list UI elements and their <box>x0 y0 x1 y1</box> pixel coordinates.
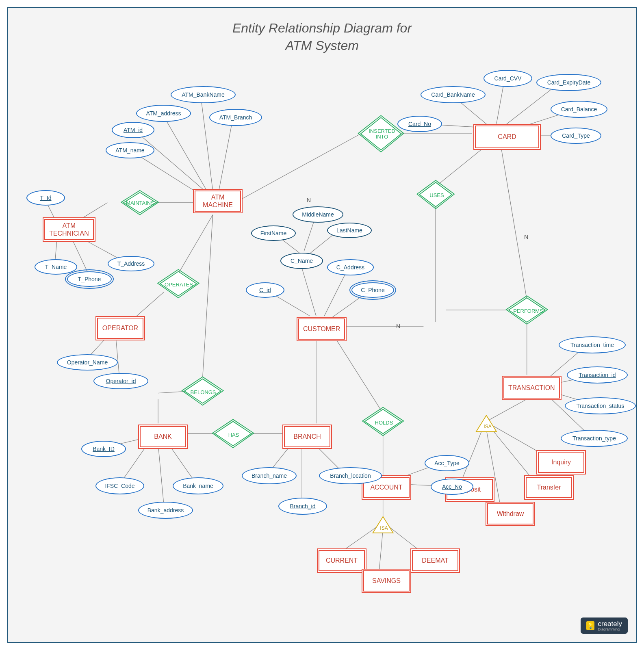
svg-line-4 <box>219 117 233 191</box>
attr-card-type: Card_Type <box>551 128 601 144</box>
entity-deemat: DEEMAT <box>410 548 460 573</box>
attr-acc-type: Acc_Type <box>425 455 469 471</box>
card-n3: N <box>396 323 400 329</box>
card-n1: N <box>307 197 311 204</box>
rel-uses: USES <box>429 192 444 198</box>
svg-line-29 <box>330 330 383 413</box>
svg-line-6 <box>81 203 108 219</box>
attr-branch-id: Branch_id <box>278 498 327 515</box>
entity-atm-machine: ATMMACHINE <box>193 189 243 213</box>
svg-line-3 <box>201 95 213 190</box>
rel-operates: OPERATES <box>165 282 193 288</box>
entity-transfer: Transfer <box>524 475 574 500</box>
entity-bank: BANK <box>138 425 188 449</box>
svg-line-47 <box>501 144 527 300</box>
svg-line-55 <box>460 429 482 484</box>
attr-ifsc: IFSC_Code <box>95 477 144 494</box>
svg-line-54 <box>486 399 527 422</box>
svg-line-57 <box>490 427 535 482</box>
attr-bank-name: Bank_name <box>173 477 223 494</box>
attr-atm-bankname: ATM_BankName <box>171 86 236 103</box>
attr-t-address: T_Address <box>108 256 154 271</box>
attr-c-id: C_id <box>246 282 284 298</box>
svg-line-2 <box>162 113 207 191</box>
attr-c-name: C_Name <box>280 253 323 269</box>
entity-withdraw: Withdraw <box>486 502 535 526</box>
entity-current: CURRENT <box>317 548 366 573</box>
entity-card: CARD <box>473 124 541 150</box>
attr-lastname: LastName <box>327 223 372 238</box>
attr-branch-name: Branch_name <box>242 467 297 484</box>
svg-line-11 <box>178 215 213 274</box>
rel-holds: HOLDS <box>375 420 393 426</box>
attr-t-name: T_Name <box>35 259 77 275</box>
entity-transaction: TRANSACTION <box>502 376 562 400</box>
attr-trans-status: Transaction_status <box>565 397 636 414</box>
rel-has: HAS <box>228 432 239 438</box>
entity-branch: BRANCH <box>282 425 332 449</box>
svg-line-37 <box>235 134 361 203</box>
rel-maintains: MAINTAINS <box>126 200 154 206</box>
attr-bank-id: Bank_ID <box>81 441 126 457</box>
attr-c-address: C_Address <box>327 259 374 275</box>
attr-middlename: MiddleName <box>293 206 343 223</box>
attr-c-phone: C_Phone <box>351 282 394 298</box>
attr-acc-no: Acc_No <box>431 479 473 495</box>
svg-line-9 <box>73 241 89 276</box>
attr-atm-address: ATM_address <box>136 105 191 122</box>
attr-atm-id: ATM_id <box>112 122 154 138</box>
attr-trans-type: Transaction_type <box>561 430 628 447</box>
entity-atm-technician: ATMTECHNICIAN <box>43 217 95 242</box>
rel-belongs: BELONGS <box>191 389 216 395</box>
rel-isa-transaction: ISA <box>484 424 491 429</box>
svg-line-64 <box>379 529 383 574</box>
svg-line-15 <box>203 215 213 377</box>
rel-performs: PERFORMS <box>513 308 543 314</box>
rel-inserted-into: INSERTEDINTO <box>369 128 395 140</box>
attr-firstname: FirstName <box>251 225 296 241</box>
entity-inquiry: Inquiry <box>536 450 586 474</box>
attr-card-bankname: Card_BankName <box>421 86 486 103</box>
attr-trans-id: Transaction_id <box>567 366 628 384</box>
creately-logo: 💡 creately Diagramming <box>581 618 628 634</box>
attr-t-phone: T_Phone <box>67 271 112 287</box>
bulb-icon: 💡 <box>586 621 594 630</box>
entity-savings: SAVINGS <box>362 569 411 593</box>
attr-card-balance: Card_Balance <box>551 101 607 118</box>
attr-bank-address: Bank_address <box>138 502 193 519</box>
svg-line-31 <box>300 261 316 316</box>
svg-line-1 <box>134 130 207 193</box>
attr-atm-name: ATM_name <box>106 142 154 158</box>
attr-card-expiry: Card_ExpiryDate <box>536 74 601 91</box>
attr-card-cvv: Card_CVV <box>484 70 532 87</box>
attr-trans-time: Transaction_time <box>559 336 626 353</box>
attr-t-id: T_Id <box>26 190 65 206</box>
attr-operator-id: Operator_id <box>93 373 148 389</box>
attr-card-no: Card_No <box>397 116 442 132</box>
entity-operator: OPERATOR <box>95 316 145 340</box>
svg-line-45 <box>436 144 488 186</box>
rel-isa-account: ISA <box>380 525 388 531</box>
svg-line-20 <box>158 444 164 509</box>
logo-tag: Diagramming <box>598 627 622 631</box>
entity-customer: CUSTOMER <box>297 317 347 341</box>
attr-atm-branch: ATM_Branch <box>209 109 262 126</box>
attr-branch-location: Branch_location <box>319 467 382 484</box>
svg-line-14 <box>115 334 119 379</box>
attr-operator-name: Operator_Name <box>57 354 118 370</box>
logo-brand: creately <box>598 620 622 628</box>
card-n2: N <box>524 234 528 240</box>
